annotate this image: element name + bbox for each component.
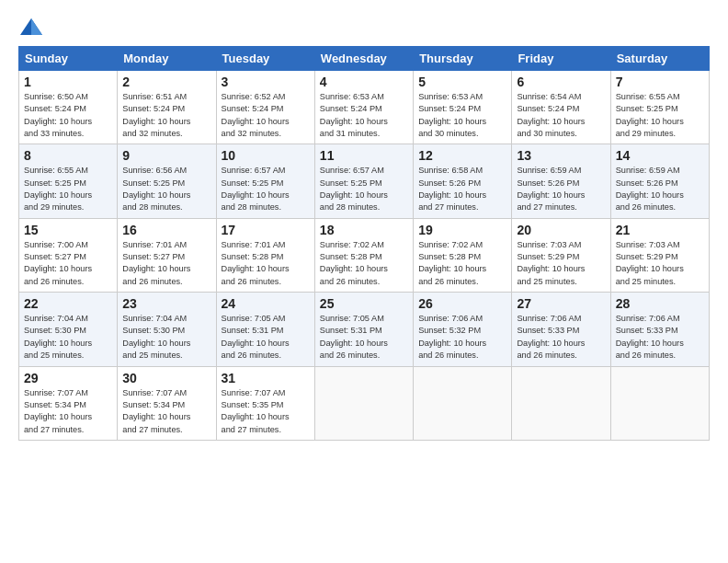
- calendar-cell: 30Sunrise: 7:07 AM Sunset: 5:34 PM Dayli…: [118, 366, 216, 440]
- day-info: Sunrise: 7:04 AM Sunset: 5:30 PM Dayligh…: [122, 313, 210, 362]
- calendar-cell: 24Sunrise: 7:05 AM Sunset: 5:31 PM Dayli…: [216, 293, 314, 366]
- day-number: 5: [418, 75, 506, 89]
- day-number: 15: [24, 223, 112, 237]
- svg-marker-1: [31, 18, 42, 35]
- calendar-cell: [610, 366, 709, 440]
- day-info: Sunrise: 7:06 AM Sunset: 5:32 PM Dayligh…: [418, 313, 506, 362]
- day-info: Sunrise: 6:59 AM Sunset: 5:26 PM Dayligh…: [616, 165, 704, 213]
- calendar-cell: 1Sunrise: 6:50 AM Sunset: 5:24 PM Daylig…: [19, 71, 118, 144]
- calendar-cell: 11Sunrise: 6:57 AM Sunset: 5:25 PM Dayli…: [314, 144, 413, 218]
- day-number: 20: [517, 223, 605, 237]
- day-number: 16: [122, 223, 210, 237]
- day-number: 11: [320, 148, 408, 163]
- day-info: Sunrise: 7:04 AM Sunset: 5:30 PM Dayligh…: [24, 313, 112, 362]
- calendar-cell: 9Sunrise: 6:56 AM Sunset: 5:25 PM Daylig…: [118, 144, 216, 218]
- week-row-2: 8Sunrise: 6:55 AM Sunset: 5:25 PM Daylig…: [19, 144, 710, 218]
- day-info: Sunrise: 7:07 AM Sunset: 5:34 PM Dayligh…: [122, 387, 210, 436]
- day-number: 14: [616, 148, 704, 163]
- weekday-header-sunday: Sunday: [19, 47, 118, 71]
- logo-area: [18, 17, 48, 37]
- calendar-cell: 5Sunrise: 6:53 AM Sunset: 5:24 PM Daylig…: [414, 71, 512, 144]
- day-info: Sunrise: 6:51 AM Sunset: 5:24 PM Dayligh…: [122, 91, 210, 140]
- weekday-header-row: SundayMondayTuesdayWednesdayThursdayFrid…: [19, 47, 710, 71]
- calendar-cell: 20Sunrise: 7:03 AM Sunset: 5:29 PM Dayli…: [512, 218, 610, 292]
- day-info: Sunrise: 6:54 AM Sunset: 5:24 PM Dayligh…: [517, 91, 605, 140]
- day-info: Sunrise: 6:57 AM Sunset: 5:25 PM Dayligh…: [222, 165, 310, 213]
- day-info: Sunrise: 6:58 AM Sunset: 5:26 PM Dayligh…: [418, 165, 506, 213]
- day-number: 3: [222, 75, 310, 89]
- day-info: Sunrise: 7:05 AM Sunset: 5:31 PM Dayligh…: [320, 313, 408, 362]
- calendar-cell: 28Sunrise: 7:06 AM Sunset: 5:33 PM Dayli…: [610, 293, 709, 366]
- week-row-3: 15Sunrise: 7:00 AM Sunset: 5:27 PM Dayli…: [19, 218, 710, 292]
- day-number: 7: [616, 75, 704, 89]
- day-info: Sunrise: 6:55 AM Sunset: 5:25 PM Dayligh…: [616, 91, 704, 140]
- day-number: 28: [616, 296, 704, 311]
- day-number: 19: [418, 223, 506, 237]
- day-info: Sunrise: 7:07 AM Sunset: 5:34 PM Dayligh…: [24, 387, 112, 436]
- day-info: Sunrise: 7:00 AM Sunset: 5:27 PM Dayligh…: [24, 239, 112, 288]
- weekday-header-saturday: Saturday: [610, 47, 709, 71]
- day-info: Sunrise: 7:02 AM Sunset: 5:28 PM Dayligh…: [320, 239, 408, 288]
- calendar-cell: 18Sunrise: 7:02 AM Sunset: 5:28 PM Dayli…: [314, 218, 413, 292]
- logo: [18, 17, 48, 37]
- calendar-cell: 26Sunrise: 7:06 AM Sunset: 5:32 PM Dayli…: [414, 293, 512, 366]
- day-info: Sunrise: 6:53 AM Sunset: 5:24 PM Dayligh…: [418, 91, 506, 140]
- day-number: 29: [24, 371, 112, 385]
- day-number: 8: [24, 148, 112, 163]
- day-number: 12: [418, 148, 506, 163]
- day-number: 24: [222, 296, 310, 311]
- calendar-cell: [414, 366, 512, 440]
- day-info: Sunrise: 6:56 AM Sunset: 5:25 PM Dayligh…: [122, 165, 210, 213]
- day-info: Sunrise: 7:01 AM Sunset: 5:27 PM Dayligh…: [122, 239, 210, 288]
- day-info: Sunrise: 7:06 AM Sunset: 5:33 PM Dayligh…: [616, 313, 704, 362]
- day-number: 10: [222, 148, 310, 163]
- day-info: Sunrise: 7:01 AM Sunset: 5:28 PM Dayligh…: [222, 239, 310, 288]
- day-info: Sunrise: 6:57 AM Sunset: 5:25 PM Dayligh…: [320, 165, 408, 213]
- day-info: Sunrise: 7:03 AM Sunset: 5:29 PM Dayligh…: [616, 239, 704, 288]
- week-row-1: 1Sunrise: 6:50 AM Sunset: 5:24 PM Daylig…: [19, 71, 710, 144]
- day-number: 21: [616, 223, 704, 237]
- calendar-cell: 7Sunrise: 6:55 AM Sunset: 5:25 PM Daylig…: [610, 71, 709, 144]
- weekday-header-tuesday: Tuesday: [216, 47, 314, 71]
- day-number: 17: [222, 223, 310, 237]
- calendar-cell: 27Sunrise: 7:06 AM Sunset: 5:33 PM Dayli…: [512, 293, 610, 366]
- calendar-cell: 16Sunrise: 7:01 AM Sunset: 5:27 PM Dayli…: [118, 218, 216, 292]
- weekday-header-monday: Monday: [118, 47, 216, 71]
- calendar-cell: 4Sunrise: 6:53 AM Sunset: 5:24 PM Daylig…: [314, 71, 413, 144]
- day-info: Sunrise: 6:53 AM Sunset: 5:24 PM Dayligh…: [320, 91, 408, 140]
- day-info: Sunrise: 7:03 AM Sunset: 5:29 PM Dayligh…: [517, 239, 605, 288]
- day-info: Sunrise: 6:52 AM Sunset: 5:24 PM Dayligh…: [222, 91, 310, 140]
- calendar-cell: 21Sunrise: 7:03 AM Sunset: 5:29 PM Dayli…: [610, 218, 709, 292]
- calendar-cell: [314, 366, 413, 440]
- week-row-5: 29Sunrise: 7:07 AM Sunset: 5:34 PM Dayli…: [19, 366, 710, 440]
- logo-icon: [18, 17, 44, 37]
- calendar-cell: 8Sunrise: 6:55 AM Sunset: 5:25 PM Daylig…: [19, 144, 118, 218]
- day-number: 13: [517, 148, 605, 163]
- day-info: Sunrise: 6:50 AM Sunset: 5:24 PM Dayligh…: [24, 91, 112, 140]
- day-number: 30: [122, 371, 210, 385]
- day-number: 27: [517, 296, 605, 311]
- calendar-cell: 15Sunrise: 7:00 AM Sunset: 5:27 PM Dayli…: [19, 218, 118, 292]
- page: SundayMondayTuesdayWednesdayThursdayFrid…: [0, 0, 728, 450]
- day-number: 22: [24, 296, 112, 311]
- day-number: 26: [418, 296, 506, 311]
- day-info: Sunrise: 7:06 AM Sunset: 5:33 PM Dayligh…: [517, 313, 605, 362]
- weekday-header-wednesday: Wednesday: [314, 47, 413, 71]
- day-number: 4: [320, 75, 408, 89]
- calendar-cell: 31Sunrise: 7:07 AM Sunset: 5:35 PM Dayli…: [216, 366, 314, 440]
- calendar-cell: 29Sunrise: 7:07 AM Sunset: 5:34 PM Dayli…: [19, 366, 118, 440]
- week-row-4: 22Sunrise: 7:04 AM Sunset: 5:30 PM Dayli…: [19, 293, 710, 366]
- day-info: Sunrise: 7:05 AM Sunset: 5:31 PM Dayligh…: [222, 313, 310, 362]
- calendar-cell: 2Sunrise: 6:51 AM Sunset: 5:24 PM Daylig…: [118, 71, 216, 144]
- calendar-cell: [512, 366, 610, 440]
- calendar-cell: 3Sunrise: 6:52 AM Sunset: 5:24 PM Daylig…: [216, 71, 314, 144]
- calendar-table: SundayMondayTuesdayWednesdayThursdayFrid…: [18, 46, 710, 441]
- day-info: Sunrise: 6:59 AM Sunset: 5:26 PM Dayligh…: [517, 165, 605, 213]
- day-info: Sunrise: 7:07 AM Sunset: 5:35 PM Dayligh…: [222, 387, 310, 436]
- calendar-cell: 22Sunrise: 7:04 AM Sunset: 5:30 PM Dayli…: [19, 293, 118, 366]
- day-number: 31: [222, 371, 310, 385]
- day-number: 9: [122, 148, 210, 163]
- calendar-cell: 6Sunrise: 6:54 AM Sunset: 5:24 PM Daylig…: [512, 71, 610, 144]
- day-number: 2: [122, 75, 210, 89]
- weekday-header-friday: Friday: [512, 47, 610, 71]
